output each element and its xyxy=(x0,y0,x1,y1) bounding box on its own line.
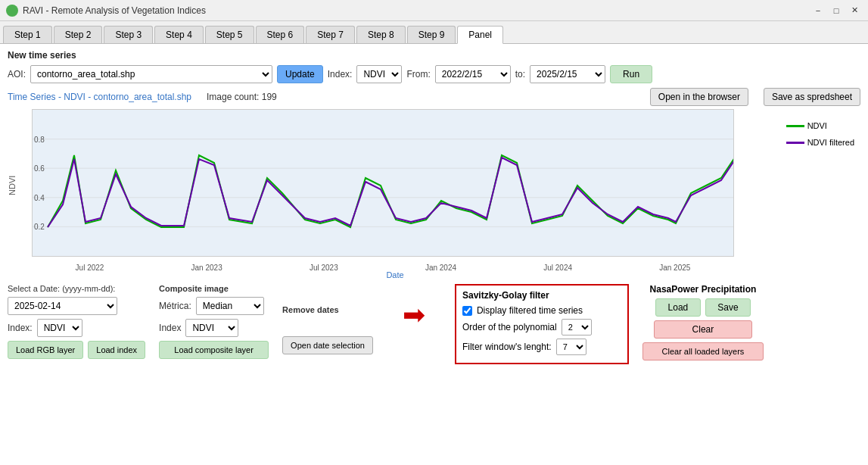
ndvi-filtered-legend-label: NDVI filtered xyxy=(807,136,854,149)
window-row: Filter window's lenght: 7 5 9 11 xyxy=(462,339,621,355)
x-tick-6: Jan 2025 xyxy=(659,264,690,272)
composite-image-group: Composite image Métrica: Median Index ND… xyxy=(159,284,269,359)
tab-step9[interactable]: Step 9 xyxy=(407,26,456,43)
filter-title: Savitzky-Golay filter xyxy=(462,290,621,301)
tab-step6[interactable]: Step 6 xyxy=(256,26,305,43)
open-date-selection-button[interactable]: Open date selection xyxy=(282,336,373,354)
date-select[interactable]: 2025-02-14 xyxy=(8,297,117,315)
ndvi-legend-line xyxy=(786,125,804,127)
x-tick-3: Jul 2023 xyxy=(310,264,338,272)
tab-step8[interactable]: Step 8 xyxy=(356,26,406,43)
chart-svg: 0.8 0.6 0.4 0.2 xyxy=(33,110,733,256)
image-count: Image count: 199 xyxy=(207,92,277,102)
save-spreadsheet-button[interactable]: Save as spredsheet xyxy=(764,88,860,106)
nasa-save-button[interactable]: Save xyxy=(705,298,751,317)
composite-index-label: Index xyxy=(159,323,181,333)
nasa-clear-button[interactable]: Clear xyxy=(654,320,752,339)
tab-step3[interactable]: Step 3 xyxy=(104,26,153,43)
close-button[interactable]: ✕ xyxy=(847,3,862,18)
main-content: New time series AOI: contorno_area_total… xyxy=(0,44,868,465)
remove-dates-title: Remove dates xyxy=(282,305,373,314)
metrica-select[interactable]: Median xyxy=(196,297,264,315)
tab-step4[interactable]: Step 4 xyxy=(154,26,204,43)
poly-label: Order of the polynomial xyxy=(462,322,557,332)
load-rgb-button[interactable]: Load RGB layer xyxy=(8,341,83,359)
poly-select[interactable]: 2 3 4 xyxy=(562,319,592,335)
composite-index-select[interactable]: NDVI xyxy=(185,319,238,337)
aoi-label: AOI: xyxy=(8,69,26,80)
window-label: Filter window's lenght: xyxy=(462,342,552,352)
savitzky-golay-filter: Savitzky-Golay filter Display filtered t… xyxy=(455,284,629,364)
index-label2: Index: xyxy=(8,323,33,333)
chart-header: Time Series - NDVI - contorno_area_total… xyxy=(8,88,860,106)
polynomial-row: Order of the polynomial 2 3 4 xyxy=(462,319,621,335)
select-date-group: Select a Date: (yyyy-mm-dd): 2025-02-14 … xyxy=(8,284,145,359)
y-axis-label: NDVI xyxy=(8,175,17,195)
maximize-button[interactable]: □ xyxy=(829,3,844,18)
aoi-select[interactable]: contorno_area_total.shp xyxy=(30,65,272,83)
app-icon xyxy=(6,5,18,17)
nasa-title: NasaPower Precipitation xyxy=(650,284,757,295)
display-filtered-label: Display filtered time series xyxy=(477,305,583,316)
svg-text:0.2: 0.2 xyxy=(34,223,45,231)
chart-title: Time Series - NDVI - contorno_area_total… xyxy=(8,92,191,102)
nasa-power-group: NasaPower Precipitation Load Save Clear … xyxy=(642,284,764,360)
arrow-icon: ➡ xyxy=(403,299,425,331)
run-button[interactable]: Run xyxy=(610,65,652,83)
x-tick-5: Jul 2024 xyxy=(543,264,572,272)
update-button[interactable]: Update xyxy=(277,65,323,83)
svg-text:0.6: 0.6 xyxy=(34,164,45,173)
svg-text:0.8: 0.8 xyxy=(34,136,45,144)
svg-text:0.4: 0.4 xyxy=(34,194,45,202)
display-filtered-checkbox[interactable] xyxy=(462,306,472,316)
arrow-area: ➡ xyxy=(384,299,444,331)
date-index-select[interactable]: NDVI xyxy=(37,319,82,337)
display-filter-row: Display filtered time series xyxy=(462,305,621,316)
composite-title: Composite image xyxy=(159,284,269,293)
open-browser-button[interactable]: Open in the browser xyxy=(650,88,748,106)
x-tick-1: Jul 2022 xyxy=(76,264,104,272)
from-label: From: xyxy=(406,69,430,80)
window-controls: − □ ✕ xyxy=(810,3,862,18)
bottom-controls: Select a Date: (yyyy-mm-dd): 2025-02-14 … xyxy=(8,284,860,364)
tab-panel[interactable]: Panel xyxy=(457,26,503,44)
index-select[interactable]: NDVI xyxy=(356,65,402,83)
tab-step2[interactable]: Step 2 xyxy=(54,26,103,43)
to-label: to: xyxy=(515,69,525,80)
metrica-label: Métrica: xyxy=(159,301,191,311)
load-composite-button[interactable]: Load composite layer xyxy=(159,341,269,359)
remove-dates-group: Remove dates Open date selection xyxy=(282,284,373,354)
title-bar: RAVI - Remote Analysis of Vegetation Ind… xyxy=(0,0,868,21)
from-date-select[interactable]: 2022/2/15 xyxy=(435,65,511,83)
x-tick-4: Jan 2024 xyxy=(425,264,456,272)
x-tick-2: Jan 2023 xyxy=(191,264,222,272)
tab-step7[interactable]: Step 7 xyxy=(306,26,355,43)
index-label: Index: xyxy=(328,69,353,80)
minimize-button[interactable]: − xyxy=(810,3,826,18)
to-date-select[interactable]: 2025/2/15 xyxy=(530,65,605,83)
time-series-row: AOI: contorno_area_total.shp Update Inde… xyxy=(8,65,860,83)
window-title: RAVI - Remote Analysis of Vegetation Ind… xyxy=(23,5,206,16)
ndvi-filtered-legend-line xyxy=(786,142,804,144)
chart-legend: NDVI NDVI filtered xyxy=(786,119,854,149)
nasa-load-button[interactable]: Load xyxy=(655,298,701,317)
select-date-title: Select a Date: (yyyy-mm-dd): xyxy=(8,284,145,293)
tab-step1[interactable]: Step 1 xyxy=(3,26,52,43)
tab-bar: Step 1 Step 2 Step 3 Step 4 Step 5 Step … xyxy=(0,21,868,44)
tab-step5[interactable]: Step 5 xyxy=(205,26,254,43)
window-select[interactable]: 7 5 9 11 xyxy=(556,339,586,355)
ndvi-legend-label: NDVI xyxy=(807,119,827,133)
new-time-series-title: New time series xyxy=(8,50,860,61)
load-index-button[interactable]: Load index xyxy=(88,341,145,359)
clear-all-loaded-button[interactable]: Clear all loaded layers xyxy=(642,342,764,360)
